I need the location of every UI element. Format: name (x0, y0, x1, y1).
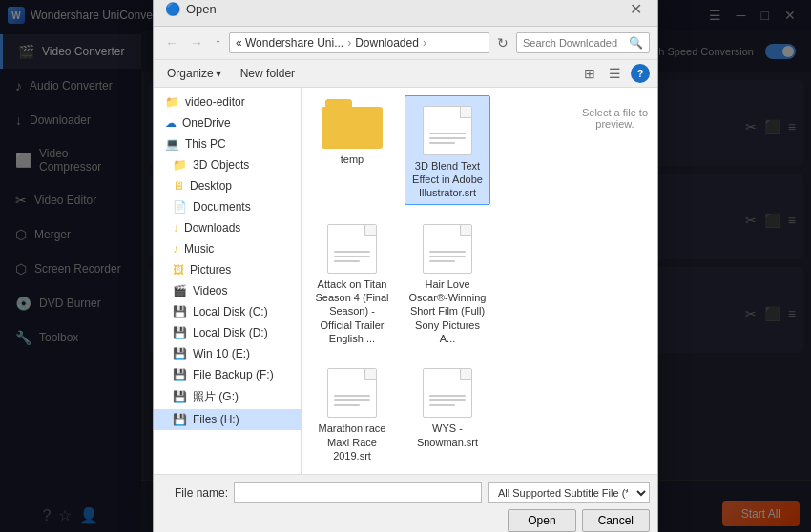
srt-icon (327, 218, 377, 274)
dialog-bottom: File name: All Supported Subtitle File (… (154, 474, 657, 532)
tree-item-files-h[interactable]: 💾 Files (H:) (154, 409, 301, 430)
dialog-open-btn[interactable]: Open (508, 509, 575, 532)
files-panel: temp (302, 88, 572, 474)
drive-icon: 💾 (173, 368, 187, 381)
folder-icon: 📁 (173, 158, 187, 172)
new-folder-btn[interactable]: New folder (233, 64, 302, 83)
files-grid: temp (302, 88, 572, 474)
file-item-hair-love[interactable]: Hair Love Oscar®-Winning Short Film (Ful… (405, 215, 490, 349)
search-box: 🔍 (516, 32, 650, 53)
tree-item-music[interactable]: ♪ Music (154, 238, 301, 259)
filename-input[interactable] (234, 482, 482, 503)
tree-item-file-backup-f[interactable]: 💾 File Backup (F:) (154, 364, 301, 385)
tree-item-documents[interactable]: 📄 Documents (154, 196, 301, 217)
drive-icon: 💾 (173, 347, 187, 360)
dialog-brand-icon: 🔵 (165, 2, 180, 16)
view-icon-btn[interactable]: ⊞ (580, 64, 599, 83)
search-input[interactable] (523, 37, 625, 49)
preview-text: Select a file to preview. (580, 107, 650, 130)
file-label: 3D Blend Text Effect in Adobe Illustrato… (409, 159, 486, 200)
tree-item-photos-g[interactable]: 💾 照片 (G:) (154, 385, 301, 409)
srt-icon (327, 362, 377, 418)
downloads-icon: ↓ (173, 221, 178, 235)
drive-icon: 💾 (173, 305, 187, 318)
folder-icon: 📁 (165, 95, 179, 109)
file-item-attack-titan[interactable]: Attack on Titan Season 4 (Final Season) … (309, 215, 395, 349)
file-item-temp[interactable]: temp (309, 95, 395, 205)
videos-icon: 🎬 (173, 284, 187, 297)
app-window: W Wondershare UniConverter ☰ ─ □ ✕ 🎬 Vid… (0, 0, 811, 532)
dialog-close-btn[interactable]: ✕ (626, 0, 646, 18)
tree-item-this-pc[interactable]: 💻 This PC (154, 133, 301, 154)
open-dialog: 🔵 Open ✕ ← → ↑ « Wondershare Uni... › Do… (153, 0, 658, 532)
preview-area: Select a file to preview. (572, 88, 657, 474)
dialog-buttons: Open Cancel (161, 509, 650, 532)
dialog-titlebar: 🔵 Open ✕ (154, 0, 657, 27)
dialog-overlay: 🔵 Open ✕ ← → ↑ « Wondershare Uni... › Do… (0, 0, 811, 532)
tree-item-local-c[interactable]: 💾 Local Disk (C:) (154, 301, 301, 322)
file-label: Hair Love Oscar®-Winning Short Film (Ful… (408, 277, 487, 345)
view-list-btn[interactable]: ☰ (605, 64, 625, 83)
organize-btn[interactable]: Organize ▾ (161, 64, 227, 83)
tree-item-desktop[interactable]: 🖥 Desktop (154, 175, 301, 196)
drive-icon: 💾 (173, 326, 187, 339)
nav-forward-btn[interactable]: → (186, 33, 207, 52)
music-icon: ♪ (173, 242, 178, 256)
dialog-nav: ← → ↑ « Wondershare Uni... › Downloaded … (154, 27, 657, 60)
file-item-wys-snowman[interactable]: WYS - Snowman.srt (405, 358, 490, 466)
file-label: Marathon race Maxi Race 2019.srt (313, 421, 391, 462)
file-label: temp (341, 153, 364, 166)
dialog-toolbar: Organize ▾ New folder ⊞ ☰ ? (154, 60, 657, 88)
tree-item-video-editor[interactable]: 📁 video-editor (154, 92, 301, 113)
onedrive-icon: ☁ (165, 116, 177, 130)
tree-item-onedrive[interactable]: ☁ OneDrive (154, 113, 301, 133)
dialog-body: 📁 video-editor ☁ OneDrive 💻 This PC 📁 3D… (154, 88, 657, 474)
dialog-cancel-btn[interactable]: Cancel (582, 509, 650, 532)
tree-item-win10-e[interactable]: 💾 Win 10 (E:) (154, 343, 301, 364)
breadcrumb-sep2: › (423, 36, 426, 50)
breadcrumb-root: « Wondershare Uni... (236, 36, 343, 50)
filename-label: File name: (161, 486, 228, 500)
tree-item-downloads[interactable]: ↓ Downloads (154, 217, 301, 238)
tree-item-3d-objects[interactable]: 📁 3D Objects (154, 154, 301, 175)
dialog-title: Open (186, 2, 626, 16)
help-btn[interactable]: ? (631, 64, 650, 83)
file-label: Attack on Titan Season 4 (Final Season) … (313, 277, 391, 345)
srt-icon (423, 218, 472, 274)
pc-icon: 💻 (165, 137, 179, 151)
nav-up-btn[interactable]: ↑ (211, 33, 225, 52)
search-icon: 🔍 (629, 36, 643, 50)
docs-icon: 📄 (173, 200, 187, 214)
tree-item-pictures[interactable]: 🖼 Pictures (154, 259, 301, 280)
refresh-btn[interactable]: ↻ (493, 33, 512, 52)
filename-row: File name: All Supported Subtitle File (… (161, 482, 650, 503)
file-item-3d-blend[interactable]: 3D Blend Text Effect in Adobe Illustrato… (405, 95, 490, 205)
srt-icon (423, 100, 472, 155)
file-item-marathon[interactable]: Marathon race Maxi Race 2019.srt (309, 358, 395, 466)
tree-item-local-d[interactable]: 💾 Local Disk (D:) (154, 322, 301, 343)
pictures-icon: 🖼 (173, 263, 184, 276)
nav-back-btn[interactable]: ← (161, 33, 182, 52)
breadcrumb-sep1: › (347, 36, 351, 50)
tree-item-videos[interactable]: 🎬 Videos (154, 280, 301, 301)
desktop-icon: 🖥 (173, 179, 184, 193)
filetype-select[interactable]: All Supported Subtitle File (*.srt (488, 482, 650, 503)
tree-panel: 📁 video-editor ☁ OneDrive 💻 This PC 📁 3D… (154, 88, 302, 474)
folder-icon (322, 99, 383, 149)
file-label: WYS - Snowman.srt (408, 421, 487, 449)
breadcrumb-folder: Downloaded (355, 36, 419, 50)
srt-icon (423, 362, 472, 418)
breadcrumb: « Wondershare Uni... › Downloaded › (229, 32, 489, 53)
drive-icon: 💾 (173, 390, 187, 403)
drive-icon: 💾 (173, 413, 187, 426)
